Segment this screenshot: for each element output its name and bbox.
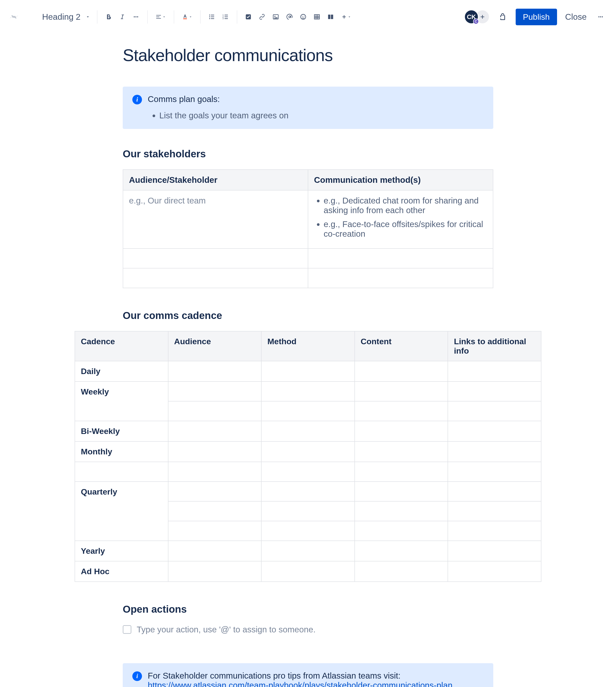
svg-point-6 [209,18,210,19]
svg-text:3: 3 [223,17,224,20]
svg-rect-17 [328,15,330,19]
table-row[interactable]: Daily [75,361,541,381]
toolbar-separator [237,10,237,24]
table-header: Method [261,331,355,361]
info-panel-footer[interactable]: i For Stakeholder communications pro tip… [123,663,493,687]
user-avatar[interactable]: CK C [464,9,479,24]
more-formatting-button[interactable] [129,10,143,24]
restrictions-button[interactable] [498,12,507,22]
checkbox-icon[interactable] [123,625,131,634]
info-icon: i [132,671,142,681]
chevron-down-icon [162,15,166,19]
chevron-down-icon [348,15,351,19]
text-color-button[interactable] [179,10,196,24]
toolbar-separator [147,10,148,24]
page-title[interactable]: Stakeholder communications [123,46,493,65]
action-item-row[interactable]: Type your action, use '@' to assign to s… [123,625,493,634]
editor-toolbar: Heading 2 123 [0,0,616,34]
svg-point-1 [135,16,137,18]
stakeholders-table[interactable]: Audience/Stakeholder Communication metho… [123,169,493,288]
methods-cell[interactable]: e.g., Dedicated chat room for sharing an… [308,190,493,248]
table-row[interactable] [123,248,493,268]
table-row[interactable]: Yearly [75,541,541,561]
table-button[interactable] [310,10,324,24]
cadence-table[interactable]: Cadence Audience Method Content Links to… [74,331,542,582]
svg-point-2 [137,16,138,18]
table-row[interactable] [75,462,541,482]
table-header: Links to additional info [448,331,541,361]
page-content: Stakeholder communications i Comms plan … [123,46,493,687]
image-button[interactable] [269,10,283,24]
mention-button[interactable] [283,10,296,24]
chevron-down-icon [85,15,90,19]
table-row[interactable]: Monthly [75,441,541,462]
footer-link[interactable]: https://www.atlassian.com/team-playbook/… [148,681,453,687]
link-button[interactable] [255,10,269,24]
numbered-list-button[interactable]: 123 [219,10,233,24]
emoji-button[interactable] [296,10,310,24]
svg-point-13 [301,15,306,20]
action-item-button[interactable] [242,10,255,24]
italic-button[interactable] [115,10,129,24]
table-row[interactable]: Quarterly [75,482,541,501]
cadence-heading[interactable]: Our comms cadence [123,310,493,322]
svg-point-14 [302,16,303,17]
svg-point-12 [274,16,276,17]
info-panel-title: Comms plan goals: [148,94,288,104]
heading-style-label: Heading 2 [42,12,81,22]
table-row[interactable]: e.g., Our direct team e.g., Dedicated ch… [123,190,493,248]
svg-rect-3 [183,19,187,19]
info-panel-goal-item: List the goals your team agrees on [159,111,288,120]
info-panel-goals[interactable]: i Comms plan goals: List the goals your … [123,87,493,129]
table-row[interactable]: Weekly [75,381,541,401]
toolbar-separator [200,10,201,24]
heading-style-selector[interactable]: Heading 2 [40,12,93,22]
svg-point-15 [304,16,304,17]
bullet-list-button[interactable] [205,10,219,24]
svg-point-19 [598,16,600,18]
bold-button[interactable] [102,10,115,24]
chevron-down-icon [189,15,193,19]
audience-cell[interactable]: e.g., Our direct team [123,190,308,248]
avatar-app-badge: C [473,19,479,24]
svg-rect-16 [314,15,320,19]
toolbar-separator [97,10,97,24]
method-item: e.g., Dedicated chat room for sharing an… [324,196,487,215]
toolbar-separator [174,10,174,24]
table-row[interactable]: Ad Hoc [75,561,541,582]
table-row[interactable]: Bi-Weekly [75,421,541,441]
info-icon: i [132,95,142,104]
svg-point-4 [209,15,210,16]
stakeholders-heading[interactable]: Our stakeholders [123,148,493,160]
close-button[interactable]: Close [563,12,589,22]
svg-point-21 [602,16,603,18]
insert-more-button[interactable] [337,10,355,24]
table-row[interactable] [123,268,493,288]
table-header: Content [355,331,448,361]
collaborators: CK C [464,9,490,24]
table-header: Communication method(s) [308,170,493,190]
method-item: e.g., Face-to-face offsites/spikes for c… [324,219,487,239]
svg-point-0 [134,16,135,18]
table-header: Cadence [75,331,168,361]
open-actions-heading[interactable]: Open actions [123,603,493,615]
table-header: Audience/Stakeholder [123,170,308,190]
svg-point-5 [209,16,210,17]
toolbar-right-cluster: CK C Publish Close [464,0,607,34]
svg-rect-18 [331,15,333,19]
svg-point-20 [600,16,601,18]
layouts-button[interactable] [324,10,337,24]
table-header: Audience [168,331,262,361]
footer-text: For Stakeholder communications pro tips … [148,671,400,680]
publish-button[interactable]: Publish [516,9,557,25]
action-placeholder: Type your action, use '@' to assign to s… [137,625,315,634]
alignment-button[interactable] [152,10,169,24]
more-actions-button[interactable] [595,14,607,20]
confluence-logo [7,10,20,24]
